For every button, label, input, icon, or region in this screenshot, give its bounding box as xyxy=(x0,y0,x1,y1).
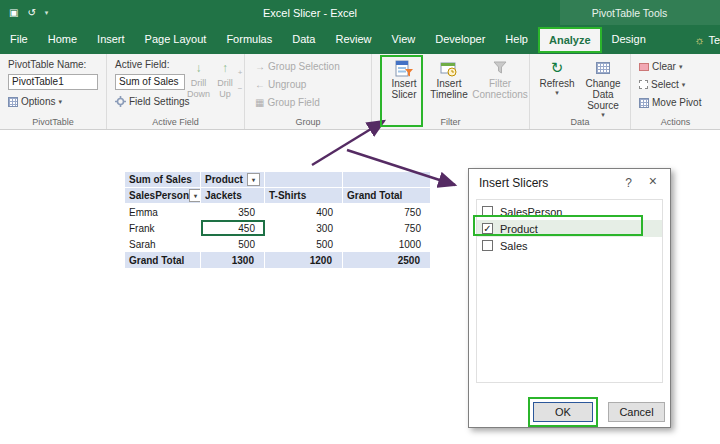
insert-timeline-label: Insert Timeline xyxy=(427,78,471,100)
group-active-field: Active Field: Sum of Sales Field Setting… xyxy=(107,54,245,129)
pivot-header-grand-total[interactable]: Grand Total xyxy=(343,188,431,204)
ungroup-button[interactable]: ← Ungroup xyxy=(255,79,306,90)
slicer-field-list: SalesPerson ✓ Product Sales xyxy=(476,199,663,383)
drill-down-arrow-icon: ↓ xyxy=(196,62,202,74)
product-filter-dropdown-icon[interactable]: ▾ xyxy=(247,173,260,186)
salesperson-field-label: SalesPerson xyxy=(129,190,189,201)
select-button[interactable]: Select ▾ xyxy=(639,79,685,90)
pivot-cell[interactable]: 1000 xyxy=(343,236,431,252)
group-label-group: Group xyxy=(245,117,371,127)
pivot-total-label[interactable]: Grand Total xyxy=(125,252,201,268)
options-icon xyxy=(8,97,18,107)
change-data-source-button[interactable]: Change Data Source ▾ xyxy=(578,58,628,119)
pivot-total-cell[interactable]: 1200 xyxy=(265,252,343,268)
group-field-icon: ▦ xyxy=(255,97,264,108)
lightbulb-icon: ☼ xyxy=(694,34,704,46)
insert-timeline-button[interactable]: Insert Timeline xyxy=(427,58,471,100)
undo-icon[interactable]: ↺ xyxy=(27,7,35,18)
move-pivottable-button[interactable]: Move Pivot xyxy=(639,97,719,108)
pivot-cell[interactable]: 750 xyxy=(343,220,431,236)
pivot-cell[interactable]: 500 xyxy=(265,236,343,252)
tell-me-box[interactable]: ☼ Te xyxy=(694,34,720,46)
tab-help[interactable]: Help xyxy=(495,25,538,54)
tab-review[interactable]: Review xyxy=(325,25,381,54)
save-icon[interactable]: ▣ xyxy=(9,7,18,18)
tab-data[interactable]: Data xyxy=(282,25,325,54)
pivot-cell[interactable]: 300 xyxy=(265,220,343,236)
pivot-cell[interactable]: 750 xyxy=(343,204,431,220)
group-group: → Group Selection ← Ungroup ▦ Group Fiel… xyxy=(245,54,372,129)
field-row-product[interactable]: ✓ Product xyxy=(477,220,662,237)
tab-developer[interactable]: Developer xyxy=(425,25,495,54)
move-pivottable-label: Move Pivot xyxy=(652,97,701,108)
ribbon-tab-bar: File Home Insert Page Layout Formulas Da… xyxy=(0,25,720,54)
pivot-table: Sum of Sales Product ▾ SalesPerson ▾ Jac… xyxy=(125,172,431,268)
pivot-cell-sarah[interactable]: Sarah xyxy=(125,236,201,252)
drill-down-label: Drill Down xyxy=(185,78,212,100)
pivot-cell-sum-of-sales[interactable]: Sum of Sales xyxy=(125,172,201,188)
clear-label: Clear xyxy=(652,61,676,72)
options-label: Options xyxy=(21,96,55,107)
group-selection-button[interactable]: → Group Selection xyxy=(255,61,340,72)
salesperson-checkbox-label: SalesPerson xyxy=(500,206,562,218)
tab-analyze-active[interactable]: Analyze xyxy=(538,27,602,53)
tab-page-layout[interactable]: Page Layout xyxy=(135,25,217,54)
dialog-close-icon[interactable]: × xyxy=(649,173,657,189)
pivot-total-cell[interactable]: 2500 xyxy=(343,252,431,268)
options-button[interactable]: Options ▾ xyxy=(8,96,62,107)
refresh-chevron-icon: ▾ xyxy=(555,89,559,97)
select-icon xyxy=(639,80,648,89)
pivot-cell-frank[interactable]: Frank xyxy=(125,220,201,236)
pivottable-name-input[interactable]: PivotTable1 xyxy=(8,74,98,90)
ok-button[interactable]: OK xyxy=(533,402,593,422)
tab-home[interactable]: Home xyxy=(38,25,87,54)
drill-up-button[interactable]: ↑ Drill Up xyxy=(213,58,237,100)
pivot-cell-empty[interactable] xyxy=(265,172,343,188)
group-field-button[interactable]: ▦ Group Field xyxy=(255,97,320,108)
tab-view[interactable]: View xyxy=(382,25,426,54)
pivot-active-cell[interactable]: 450 xyxy=(201,220,265,236)
refresh-button[interactable]: ↻ Refresh ▾ xyxy=(538,58,576,97)
pivot-cell-product[interactable]: Product ▾ xyxy=(201,172,265,188)
drill-down-button[interactable]: ↓ Drill Down xyxy=(185,58,212,100)
customize-quick-access-icon[interactable]: ▾ xyxy=(45,9,49,17)
product-checkbox[interactable]: ✓ xyxy=(482,223,493,234)
tab-file[interactable]: File xyxy=(0,25,38,54)
pivot-header-jackets[interactable]: Jackets xyxy=(201,188,265,204)
pivot-header-salesperson[interactable]: SalesPerson ▾ xyxy=(125,188,201,204)
pivot-header-tshirts[interactable]: T-Shirts xyxy=(265,188,343,204)
tab-insert[interactable]: Insert xyxy=(87,25,135,54)
expand-field-button[interactable]: + xyxy=(235,68,245,77)
cancel-button[interactable]: Cancel xyxy=(608,402,665,422)
pivot-cell[interactable]: 400 xyxy=(265,204,343,220)
collapse-field-button[interactable]: − xyxy=(235,84,245,93)
field-row-salesperson[interactable]: SalesPerson xyxy=(477,203,662,220)
insert-slicer-button[interactable]: Insert Slicer xyxy=(385,58,423,100)
tab-formulas[interactable]: Formulas xyxy=(216,25,282,54)
pivot-total-cell[interactable]: 1300 xyxy=(201,252,265,268)
tab-design[interactable]: Design xyxy=(602,25,656,54)
active-field-input[interactable]: Sum of Sales xyxy=(115,74,185,90)
salesperson-filter-dropdown-icon[interactable]: ▾ xyxy=(189,189,201,202)
sales-checkbox-label: Sales xyxy=(500,240,528,252)
dialog-help-icon[interactable]: ? xyxy=(625,176,632,190)
drill-up-arrow-icon: ↑ xyxy=(222,62,228,74)
group-label-filter: Filter xyxy=(372,117,529,127)
pivot-cell-emma[interactable]: Emma xyxy=(125,204,201,220)
salesperson-checkbox[interactable] xyxy=(482,206,493,217)
group-data: ↻ Refresh ▾ Change Data Source ▾ Data xyxy=(530,54,631,129)
field-row-sales[interactable]: Sales xyxy=(477,237,662,254)
pivot-cell[interactable]: 500 xyxy=(201,236,265,252)
clear-button[interactable]: Clear ▾ xyxy=(639,61,682,72)
filter-connections-button[interactable]: Filter Connections xyxy=(473,58,527,100)
field-settings-button[interactable]: Field Settings xyxy=(115,96,190,107)
dialog-title: Insert Slicers xyxy=(479,176,548,190)
group-label-actions: Actions xyxy=(631,117,720,127)
pivottable-tools-label: PivotTable Tools xyxy=(572,7,687,19)
pivot-cell[interactable]: 350 xyxy=(201,204,265,220)
pivot-cell-empty[interactable] xyxy=(343,172,431,188)
clear-chevron-icon: ▾ xyxy=(679,63,683,71)
select-chevron-icon: ▾ xyxy=(682,81,686,89)
ribbon: PivotTable Name: PivotTable1 Options ▾ P… xyxy=(0,54,720,130)
sales-checkbox[interactable] xyxy=(482,240,493,251)
